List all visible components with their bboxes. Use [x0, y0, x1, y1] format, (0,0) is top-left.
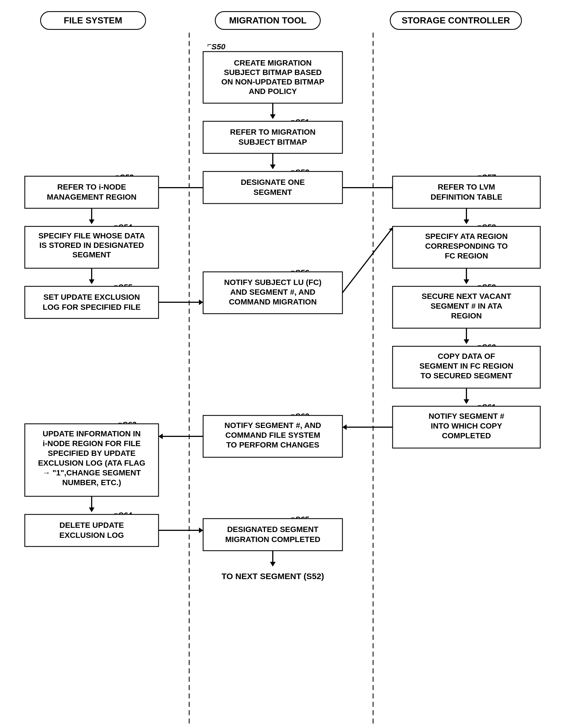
svg-text:INTO WHICH COPY: INTO WHICH COPY [430, 422, 502, 430]
svg-text:REFER TO i-NODE: REFER TO i-NODE [57, 183, 126, 191]
svg-marker-10 [270, 114, 276, 119]
svg-text:TO PERFORM CHANGES: TO PERFORM CHANGES [226, 441, 319, 449]
svg-text:i-NODE REGION FOR FILE: i-NODE REGION FOR FILE [43, 439, 141, 448]
svg-text:SEGMENT IN FC REGION: SEGMENT IN FC REGION [419, 362, 513, 370]
svg-text:SPECIFIED BY UPDATE: SPECIFIED BY UPDATE [48, 449, 135, 458]
svg-text:MIGRATION COMPLETED: MIGRATION COMPLETED [225, 535, 320, 544]
svg-text:MANAGEMENT REGION: MANAGEMENT REGION [47, 193, 137, 201]
svg-marker-87 [464, 399, 469, 404]
svg-rect-44 [25, 286, 159, 318]
svg-text:NUMBER, ETC.): NUMBER, ETC.) [62, 478, 121, 487]
svg-text:COPY DATA OF: COPY DATA OF [438, 352, 495, 361]
svg-text:REFER TO LVM: REFER TO LVM [438, 183, 495, 191]
svg-text:EXCLUSION LOG: EXCLUSION LOG [59, 531, 124, 540]
svg-rect-117 [25, 514, 159, 546]
svg-rect-20 [203, 171, 342, 204]
svg-text:SEGMENT # IN ATA: SEGMENT # IN ATA [430, 302, 502, 310]
svg-text:SEGMENT: SEGMENT [72, 250, 111, 259]
svg-text:TO NEXT SEGMENT (S52): TO NEXT SEGMENT (S52) [222, 572, 324, 581]
svg-text:DEFINITION TABLE: DEFINITION TABLE [430, 193, 502, 201]
svg-text:S50: S50 [212, 42, 226, 51]
svg-rect-59 [392, 176, 540, 208]
svg-marker-79 [464, 339, 469, 344]
svg-text:CREATE MIGRATION: CREATE MIGRATION [234, 59, 311, 67]
svg-text:CORRESPONDING TO: CORRESPONDING TO [425, 242, 508, 250]
svg-text:SECURE NEXT VACANT: SECURE NEXT VACANT [421, 292, 511, 301]
svg-text:FC REGION: FC REGION [445, 251, 488, 260]
svg-text:NOTIFY SEGMENT #, AND: NOTIFY SEGMENT #, AND [224, 421, 321, 430]
svg-marker-71 [464, 279, 469, 284]
svg-marker-17 [270, 165, 276, 169]
svg-marker-63 [464, 219, 469, 224]
svg-marker-33 [89, 219, 95, 224]
svg-text:NOTIFY SEGMENT #: NOTIFY SEGMENT # [428, 412, 504, 420]
svg-text:LOG FOR SPECIFIED FILE: LOG FOR SPECIFIED FILE [43, 303, 141, 311]
svg-marker-103 [159, 434, 163, 439]
header-file-system: FILE SYSTEM [40, 11, 146, 30]
svg-marker-41 [89, 279, 95, 284]
svg-marker-48 [199, 299, 203, 305]
columns-header: FILE SYSTEM MIGRATION TOOL STORAGE CONTR… [6, 11, 556, 30]
svg-text:→ "1",CHANGE SEGMENT: → "1",CHANGE SEGMENT [42, 468, 141, 477]
svg-rect-29 [25, 176, 159, 208]
diagram-container: FILE SYSTEM MIGRATION TOOL STORAGE CONTR… [0, 0, 562, 728]
svg-text:TO SECURED SEGMENT: TO SECURED SEGMENT [420, 371, 512, 380]
svg-text:SEGMENT: SEGMENT [253, 188, 292, 197]
svg-text:EXCLUSION LOG (ATA FLAG: EXCLUSION LOG (ATA FLAG [38, 459, 145, 467]
svg-text:REFER TO MIGRATION: REFER TO MIGRATION [230, 128, 315, 136]
svg-text:ON NON-UPDATED BITMAP: ON NON-UPDATED BITMAP [221, 78, 324, 86]
svg-text:IS STORED IN DESIGNATED: IS STORED IN DESIGNATED [39, 241, 144, 250]
svg-marker-121 [199, 528, 203, 533]
svg-text:COMMAND FILE SYSTEM: COMMAND FILE SYSTEM [225, 431, 320, 439]
svg-rect-124 [203, 519, 342, 551]
flowchart-svg: S50 ⌐ CREATE MIGRATION SUBJECT BITMAP BA… [8, 33, 554, 724]
svg-text:REGION: REGION [451, 311, 481, 320]
svg-text:AND SEGMENT #, AND: AND SEGMENT #, AND [230, 288, 315, 296]
svg-marker-128 [270, 562, 276, 567]
svg-rect-13 [203, 121, 342, 153]
svg-text:COMPLETED: COMPLETED [442, 431, 491, 440]
svg-text:SPECIFY ATA REGION: SPECIFY ATA REGION [425, 232, 508, 241]
svg-text:COMMAND MIGRATION: COMMAND MIGRATION [229, 298, 316, 306]
svg-text:DELETE UPDATE: DELETE UPDATE [59, 521, 124, 529]
svg-text:UPDATE INFORMATION IN: UPDATE INFORMATION IN [42, 429, 141, 438]
svg-marker-114 [89, 507, 95, 512]
svg-line-55 [342, 228, 392, 293]
svg-text:⌐: ⌐ [207, 40, 212, 49]
svg-text:NOTIFY SUBJECT LU (FC): NOTIFY SUBJECT LU (FC) [224, 278, 321, 287]
svg-text:AND POLICY: AND POLICY [249, 87, 297, 96]
svg-text:DESIGNATED SEGMENT: DESIGNATED SEGMENT [227, 525, 318, 534]
svg-marker-95 [342, 424, 346, 430]
svg-text:SUBJECT BITMAP BASED: SUBJECT BITMAP BASED [224, 68, 321, 77]
header-storage-controller: STORAGE CONTROLLER [390, 11, 522, 30]
header-migration-tool: MIGRATION TOOL [215, 11, 321, 30]
svg-text:SET UPDATE EXCLUSION: SET UPDATE EXCLUSION [43, 293, 140, 301]
svg-text:SUBJECT BITMAP: SUBJECT BITMAP [239, 138, 307, 146]
svg-text:DESIGNATE ONE: DESIGNATE ONE [241, 178, 305, 187]
svg-text:SPECIFY FILE WHOSE DATA: SPECIFY FILE WHOSE DATA [38, 231, 145, 240]
